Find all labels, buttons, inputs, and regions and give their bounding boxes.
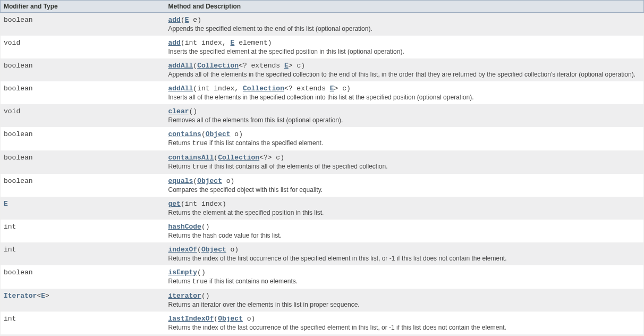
table-row: booleanaddAll(Collection<? extends E> c)… bbox=[1, 58, 644, 81]
method-cell: get(int index)Returns the element at the… bbox=[165, 197, 644, 220]
sig-text: element) bbox=[234, 39, 272, 47]
method-signature: addAll(int index, Collection<? extends E… bbox=[168, 85, 351, 93]
method-name-link[interactable]: clear bbox=[168, 107, 189, 115]
type-link[interactable]: E bbox=[185, 16, 189, 24]
method-name-link[interactable]: lastIndexOf bbox=[168, 315, 214, 323]
modifier-text: boolean bbox=[4, 62, 33, 70]
method-signature: isEmpty() bbox=[168, 268, 206, 276]
desc-text: if this list contains all of the element… bbox=[208, 163, 388, 170]
table-row: booleanequals(Object o)Compares the spec… bbox=[1, 174, 644, 197]
method-signature: indexOf(Object o) bbox=[168, 246, 239, 254]
method-name-link[interactable]: addAll bbox=[168, 85, 193, 93]
modifier-text: boolean bbox=[4, 16, 33, 24]
table-row: voidadd(int index, E element)Inserts the… bbox=[1, 36, 644, 58]
method-name-link[interactable]: add bbox=[168, 16, 181, 24]
method-name-link[interactable]: get bbox=[168, 200, 181, 208]
type-link[interactable]: E bbox=[4, 200, 8, 208]
table-row: intlastIndexOf(Object o)Returns the inde… bbox=[1, 312, 644, 334]
method-signature: add(E e) bbox=[168, 16, 201, 24]
method-description: Inserts all of the elements in the speci… bbox=[168, 94, 641, 101]
method-description: Returns true if this list contains all o… bbox=[168, 163, 641, 171]
type-link[interactable]: E bbox=[41, 292, 45, 300]
method-cell: addAll(int index, Collection<? extends E… bbox=[165, 81, 644, 104]
modifier-text: boolean bbox=[4, 268, 33, 276]
desc-text: Inserts the specified element at the spe… bbox=[168, 48, 404, 55]
sig-text: <? extends bbox=[284, 85, 330, 93]
table-row: booleancontainsAll(Collection<?> c)Retur… bbox=[1, 150, 644, 174]
method-name-link[interactable]: isEmpty bbox=[168, 268, 198, 276]
inline-code: true bbox=[192, 278, 208, 285]
method-signature: containsAll(Collection<?> c) bbox=[168, 154, 284, 162]
modifier-text: void bbox=[4, 107, 20, 115]
desc-text: if this list contains no elements. bbox=[208, 278, 298, 285]
type-link[interactable]: Iterator bbox=[4, 292, 37, 300]
type-link[interactable]: Object bbox=[206, 130, 231, 138]
method-description: Returns the element at the specified pos… bbox=[168, 209, 641, 216]
type-link[interactable]: Collection bbox=[197, 62, 239, 70]
sig-text: ( bbox=[181, 16, 185, 24]
sig-text: <? extends bbox=[239, 62, 284, 70]
modifier-cell: boolean bbox=[1, 13, 165, 36]
method-description: Inserts the specified element at the spe… bbox=[168, 48, 641, 55]
modifier-text: boolean bbox=[4, 85, 33, 93]
method-cell: addAll(Collection<? extends E> c)Appends… bbox=[165, 58, 644, 81]
type-link[interactable]: Collection bbox=[243, 85, 284, 93]
sig-text: ( bbox=[201, 130, 206, 138]
method-name-link[interactable]: indexOf bbox=[168, 246, 198, 254]
method-name-link[interactable]: hashCode bbox=[168, 223, 201, 231]
method-description: Returns an iterator over the elements in… bbox=[168, 301, 641, 308]
table-header-row: Modifier and Type Method and Description bbox=[1, 1, 644, 13]
modifier-cell: void bbox=[1, 104, 165, 127]
table-row: voidclear()Removes all of the elements f… bbox=[1, 104, 644, 127]
method-name-link[interactable]: contains bbox=[168, 130, 201, 138]
method-name-link[interactable]: iterator bbox=[168, 292, 201, 300]
modifier-cell: int bbox=[1, 220, 165, 242]
desc-text: Returns bbox=[168, 278, 192, 285]
table-row: booleanaddAll(int index, Collection<? ex… bbox=[1, 81, 644, 104]
type-link[interactable]: E bbox=[330, 85, 334, 93]
method-description: Appends the specified element to the end… bbox=[168, 25, 641, 32]
method-cell: hashCode()Returns the hash code value fo… bbox=[165, 220, 644, 242]
inline-code: true bbox=[192, 140, 208, 147]
type-link[interactable]: Object bbox=[197, 177, 222, 185]
inline-code: true bbox=[192, 163, 208, 171]
method-name-link[interactable]: containsAll bbox=[168, 154, 214, 162]
sig-text: () bbox=[201, 292, 210, 300]
method-cell: equals(Object o)Compares the specified o… bbox=[165, 174, 644, 197]
method-signature: equals(Object o) bbox=[168, 177, 235, 185]
method-name-link[interactable]: add bbox=[168, 39, 181, 47]
type-link[interactable]: E bbox=[284, 62, 289, 70]
table-row: Eget(int index)Returns the element at th… bbox=[1, 197, 644, 220]
sig-text: o) bbox=[222, 177, 234, 185]
method-signature: iterator() bbox=[168, 292, 210, 300]
modifier-cell: Iterator<E> bbox=[1, 289, 165, 312]
modifier-text: int bbox=[4, 246, 16, 254]
sig-text: () bbox=[197, 268, 206, 276]
type-link[interactable]: Collection bbox=[218, 154, 259, 162]
sig-text: () bbox=[201, 223, 210, 231]
modifier-cell: boolean bbox=[1, 150, 165, 174]
method-description: Returns true if this list contains the s… bbox=[168, 139, 641, 147]
modifier-cell: int bbox=[1, 242, 165, 265]
desc-text: Returns bbox=[168, 163, 192, 170]
method-signature: lastIndexOf(Object o) bbox=[168, 315, 256, 323]
table-row: Iterator<E>iterator()Returns an iterator… bbox=[1, 289, 644, 312]
type-link[interactable]: Object bbox=[201, 246, 226, 254]
modifier-cell: boolean bbox=[1, 127, 165, 150]
desc-text: Returns the hash code value for this lis… bbox=[168, 232, 282, 239]
modifier-text: int bbox=[4, 315, 16, 323]
header-method: Method and Description bbox=[165, 1, 644, 13]
desc-text: Compares the specified object with this … bbox=[168, 186, 323, 194]
type-link[interactable]: Object bbox=[218, 315, 243, 323]
method-name-link[interactable]: equals bbox=[168, 177, 193, 185]
method-cell: indexOf(Object o)Returns the index of th… bbox=[165, 242, 644, 265]
modifier-cell: E bbox=[1, 197, 165, 220]
table-row: booleanisEmpty()Returns true if this lis… bbox=[1, 265, 644, 289]
modifier-text: int bbox=[4, 223, 16, 231]
method-name-link[interactable]: addAll bbox=[168, 62, 193, 70]
modifier-cell: boolean bbox=[1, 265, 165, 289]
modifier-text: > bbox=[45, 292, 49, 300]
sig-text: o) bbox=[226, 246, 239, 254]
method-cell: add(E e)Appends the specified element to… bbox=[165, 13, 644, 36]
method-description: Returns true if this list contains no el… bbox=[168, 278, 641, 285]
